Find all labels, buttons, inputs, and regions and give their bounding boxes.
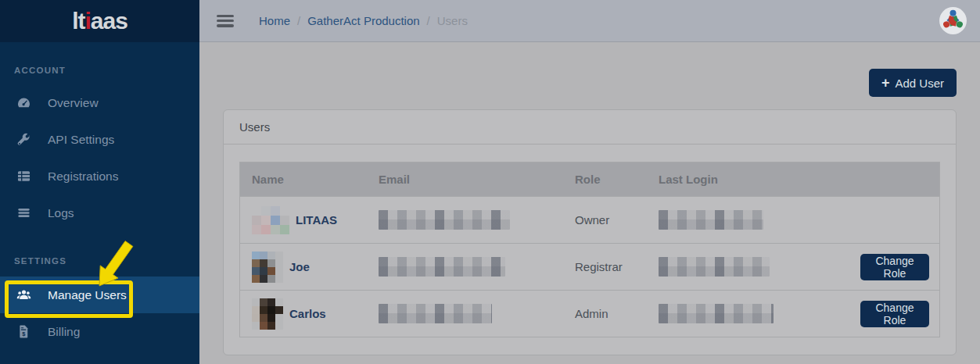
breadcrumb: Home / GatherAct Production / Users — [259, 14, 468, 27]
user-role: Registrar — [563, 260, 647, 273]
breadcrumb-project[interactable]: GatherAct Production — [307, 14, 419, 27]
user-role: Owner — [563, 213, 647, 227]
sidebar: ltiaas ACCOUNT Overview API Settings — [0, 0, 199, 364]
table-row: LITAAS Owner — [240, 196, 939, 243]
sidebar-section-settings: SETTINGS — [0, 256, 199, 266]
users-table: Name Email Role Last Login LITAAS — [239, 162, 940, 337]
sidebar-item-api-settings[interactable]: API Settings — [0, 121, 199, 158]
sidebar-item-label: Overview — [48, 96, 99, 110]
redacted-last-login — [659, 257, 770, 277]
sidebar-item-label: Registrations — [48, 170, 118, 184]
wrench-icon — [15, 132, 32, 148]
lines-icon — [15, 205, 32, 221]
sidebar-item-label: Logs — [48, 206, 74, 220]
table-list-icon — [15, 169, 32, 184]
sidebar-item-billing[interactable]: $ Billing — [0, 313, 199, 350]
column-header-last-login: Last Login — [647, 173, 849, 186]
table-row: Joe Registrar Change Role — [240, 243, 939, 290]
sidebar-section-account: ACCOUNT — [0, 66, 199, 75]
gauge-icon — [15, 95, 32, 111]
account-avatar[interactable] — [939, 6, 967, 35]
sidebar-logo-area: ltiaas — [0, 0, 199, 42]
breadcrumb-separator: / — [427, 14, 430, 27]
redacted-email — [379, 257, 505, 277]
user-name: Joe — [289, 260, 310, 273]
logo-accent: i — [84, 8, 90, 34]
sidebar-item-overview[interactable]: Overview — [0, 84, 199, 121]
change-role-button[interactable]: Change Role — [860, 254, 929, 280]
add-user-button[interactable]: + Add User — [869, 69, 957, 97]
redacted-last-login — [659, 210, 763, 230]
user-name: LITAAS — [296, 213, 337, 227]
sidebar-item-logs[interactable]: Logs — [0, 194, 199, 231]
sidebar-item-label: Manage Users — [48, 288, 127, 302]
breadcrumb-current: Users — [437, 14, 468, 27]
page-content: + Add User Users Name Email Role Last Lo… — [199, 42, 980, 355]
user-role: Admin — [563, 307, 647, 320]
sidebar-nav: ACCOUNT Overview API Settings Registrati… — [0, 42, 199, 350]
plus-icon: + — [881, 76, 890, 90]
invoice-dollar-icon: $ — [15, 324, 32, 340]
user-avatar — [252, 298, 283, 330]
hamburger-menu-icon[interactable] — [217, 15, 234, 27]
user-avatar — [252, 252, 283, 283]
add-user-label: Add User — [895, 77, 944, 90]
breadcrumb-separator: / — [297, 14, 300, 27]
column-header-email: Email — [367, 173, 563, 186]
sidebar-item-manage-users[interactable]: Manage Users — [0, 277, 199, 313]
main-area: Home / GatherAct Production / Users — [199, 0, 980, 364]
ltiaas-logo: ltiaas — [72, 8, 127, 34]
app-window: ltiaas ACCOUNT Overview API Settings — [0, 0, 980, 364]
column-header-name: Name — [240, 173, 367, 186]
users-card: Users Name Email Role Last Login — [223, 109, 957, 355]
redacted-email — [379, 304, 492, 323]
redacted-email — [379, 210, 510, 230]
table-header-row: Name Email Role Last Login — [240, 162, 939, 196]
topbar: Home / GatherAct Production / Users — [199, 0, 980, 42]
card-title: Users — [224, 110, 956, 145]
breadcrumb-home[interactable]: Home — [259, 14, 290, 27]
logo-suffix: aas — [91, 8, 127, 34]
user-name: Carlos — [289, 307, 326, 320]
sidebar-item-label: Billing — [48, 325, 80, 339]
change-role-button[interactable]: Change Role — [860, 301, 929, 327]
logo-prefix: lt — [72, 8, 84, 34]
table-row: Carlos Admin Change Role — [240, 290, 939, 337]
users-icon — [15, 287, 32, 303]
redacted-last-login — [659, 304, 774, 323]
column-header-role: Role — [563, 173, 647, 186]
user-avatar — [252, 206, 289, 234]
sidebar-item-registrations[interactable]: Registrations — [0, 158, 199, 194]
sidebar-item-label: API Settings — [48, 133, 114, 147]
